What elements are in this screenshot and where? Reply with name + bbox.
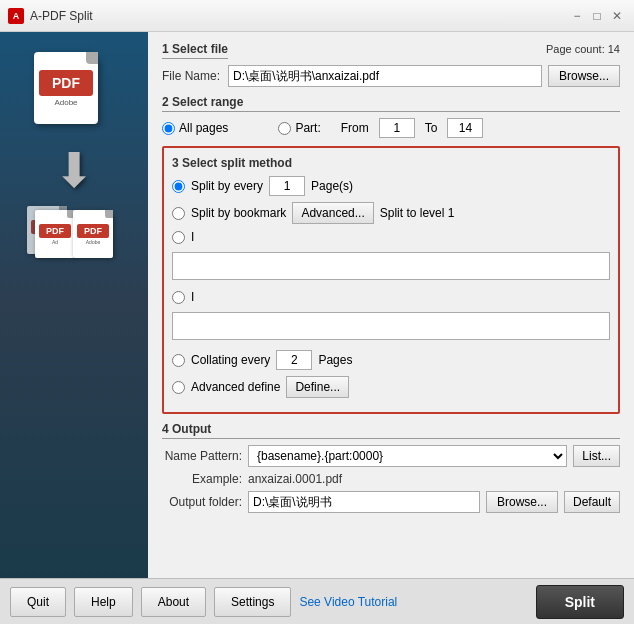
- title-bar-left: A A-PDF Split: [8, 8, 93, 24]
- default-button[interactable]: Default: [564, 491, 620, 513]
- file-row: File Name: Browse...: [162, 65, 620, 87]
- section1-label: 1 Select file: [162, 42, 228, 59]
- name-pattern-label: Name Pattern:: [162, 449, 242, 463]
- option4-textarea[interactable]: [172, 312, 610, 340]
- split-every-radio[interactable]: [172, 180, 185, 193]
- section-select-file: 1 Select file Page count: 14 File Name: …: [162, 42, 620, 87]
- option3-label: I: [191, 230, 194, 244]
- option3: I: [172, 230, 610, 284]
- maximize-button[interactable]: □: [588, 7, 606, 25]
- pdf-icon-front: PDF Ad: [35, 210, 75, 258]
- collating-option: Collating every Pages: [172, 350, 610, 370]
- from-input[interactable]: [379, 118, 415, 138]
- part-radio[interactable]: [278, 122, 291, 135]
- quit-button[interactable]: Quit: [10, 587, 66, 617]
- define-button[interactable]: Define...: [286, 376, 349, 398]
- browse-output-button[interactable]: Browse...: [486, 491, 558, 513]
- adobe-label-mid: Adobe: [86, 239, 100, 245]
- advanced-define-option: Advanced define Define...: [172, 376, 610, 398]
- split-button[interactable]: Split: [536, 585, 624, 619]
- section-output: 4 Output Name Pattern: {basename}.{part:…: [162, 422, 620, 518]
- pdf-label-top: PDF: [39, 70, 93, 96]
- option4-radio[interactable]: [172, 291, 185, 304]
- all-pages-label: All pages: [179, 121, 228, 135]
- section-select-range: 2 Select range All pages Part: From To: [162, 95, 620, 138]
- pdf-icon-mid: PDF Adobe: [73, 210, 113, 258]
- name-pattern-select[interactable]: {basename}.{part:0000}: [248, 445, 567, 467]
- page-count: Page count: 14: [546, 43, 620, 55]
- option4-label: I: [191, 290, 194, 304]
- pages-label2: Pages: [318, 353, 352, 367]
- name-pattern-row: Name Pattern: {basename}.{part:0000} Lis…: [162, 445, 620, 467]
- title-bar: A A-PDF Split − □ ✕: [0, 0, 634, 32]
- collating-radio[interactable]: [172, 354, 185, 367]
- advanced-button[interactable]: Advanced...: [292, 202, 373, 224]
- file-name-input[interactable]: [228, 65, 542, 87]
- pdf-icon-top: PDF Adobe: [34, 52, 114, 132]
- pdf-label-front: PDF: [39, 224, 71, 238]
- section3-label: 3 Select split method: [172, 156, 610, 170]
- advanced-define-label: Advanced define: [191, 380, 280, 394]
- minimize-button[interactable]: −: [568, 7, 586, 25]
- file-name-label: File Name:: [162, 69, 222, 83]
- split-bookmark-label: Split by bookmark: [191, 206, 286, 220]
- to-label: To: [425, 121, 438, 135]
- output-folder-input[interactable]: [248, 491, 480, 513]
- pdf-label-mid: PDF: [77, 224, 109, 238]
- to-input[interactable]: [447, 118, 483, 138]
- bottom-bar: Quit Help About Settings See Video Tutor…: [0, 578, 634, 624]
- option3-radio[interactable]: [172, 231, 185, 244]
- example-row: Example: anxaizai.0001.pdf: [162, 472, 620, 486]
- arrow-down-icon: ⬇: [54, 147, 94, 195]
- all-pages-radio[interactable]: [162, 122, 175, 135]
- all-pages-radio-group: All pages: [162, 121, 228, 135]
- split-bookmark-option: Split by bookmark Advanced... Split to l…: [172, 202, 610, 224]
- output-folder-row: Output folder: Browse... Default: [162, 491, 620, 513]
- help-button[interactable]: Help: [74, 587, 133, 617]
- pages-label: Page(s): [311, 179, 353, 193]
- example-value: anxaizai.0001.pdf: [248, 472, 620, 486]
- part-radio-group: Part:: [278, 121, 320, 135]
- pdf-badge-top: PDF Adobe: [34, 52, 98, 124]
- video-tutorial-link[interactable]: See Video Tutorial: [299, 595, 397, 609]
- output-folder-label: Output folder:: [162, 495, 242, 509]
- close-button[interactable]: ✕: [608, 7, 626, 25]
- main-panel: 1 Select file Page count: 14 File Name: …: [148, 32, 634, 578]
- option3-textarea[interactable]: [172, 252, 610, 280]
- example-label: Example:: [162, 472, 242, 486]
- range-row: All pages Part: From To: [162, 118, 620, 138]
- section2-label: 2 Select range: [162, 95, 620, 112]
- from-label: From: [341, 121, 369, 135]
- title-controls: − □ ✕: [568, 7, 626, 25]
- adobe-label-front: Ad: [52, 239, 58, 245]
- option4: I: [172, 290, 610, 344]
- section4-label: 4 Output: [162, 422, 620, 439]
- section-split-method: 3 Select split method Split by every Pag…: [162, 146, 620, 414]
- collating-input[interactable]: [276, 350, 312, 370]
- settings-button[interactable]: Settings: [214, 587, 291, 617]
- browse-file-button[interactable]: Browse...: [548, 65, 620, 87]
- list-button[interactable]: List...: [573, 445, 620, 467]
- app-icon: A: [8, 8, 24, 24]
- about-button[interactable]: About: [141, 587, 206, 617]
- split-every-input[interactable]: [269, 176, 305, 196]
- split-bookmark-radio[interactable]: [172, 207, 185, 220]
- collating-label: Collating every: [191, 353, 270, 367]
- part-label: Part:: [295, 121, 320, 135]
- sidebar: PDF Adobe ⬇ PDF A PDF Ad PDF Adobe: [0, 32, 148, 578]
- window-title: A-PDF Split: [30, 9, 93, 23]
- content-area: PDF Adobe ⬇ PDF A PDF Ad PDF Adobe: [0, 32, 634, 578]
- advanced-define-radio[interactable]: [172, 381, 185, 394]
- section1-header: 1 Select file Page count: 14: [162, 42, 620, 65]
- adobe-label-top: Adobe: [54, 98, 77, 107]
- app-window: A A-PDF Split − □ ✕ PDF Adobe ⬇ PDF: [0, 0, 634, 624]
- split-every-option: Split by every Page(s): [172, 176, 610, 196]
- pdf-icons-bottom: PDF A PDF Ad PDF Adobe: [35, 210, 113, 258]
- split-level-label: Split to level 1: [380, 206, 455, 220]
- split-every-label: Split by every: [191, 179, 263, 193]
